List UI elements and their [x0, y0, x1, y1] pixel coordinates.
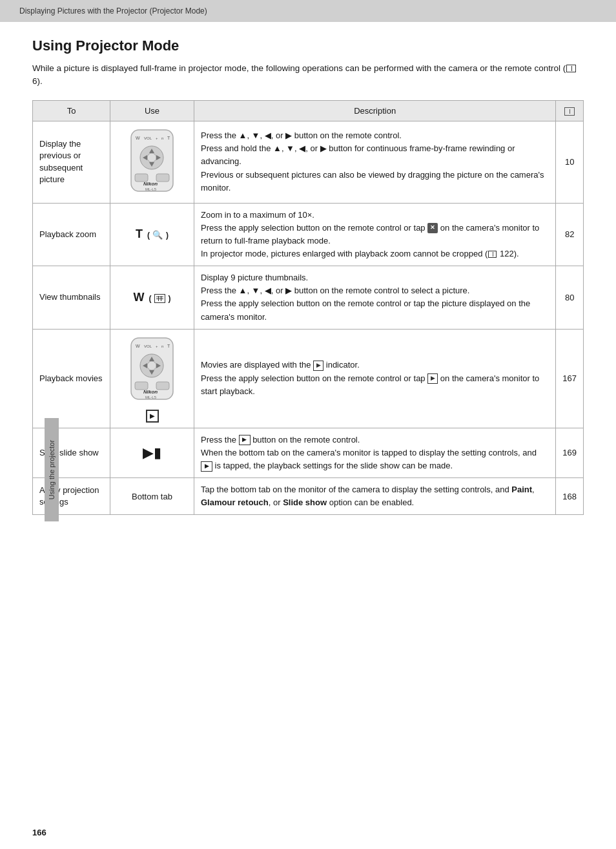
row5-use: ▶▮ — [110, 428, 194, 477]
col-header-desc: Description — [194, 100, 556, 121]
table-row: Start slide show ▶▮ Press the ▶ button o… — [33, 428, 584, 477]
table-row: Playback movies W VOL + n T — [33, 329, 584, 428]
movie-tap-icon: ▶ — [427, 373, 438, 384]
svg-point-7 — [147, 153, 156, 162]
book-icon-intro — [566, 65, 576, 72]
book-icon-header — [564, 107, 575, 116]
svg-text:VOL: VOL — [144, 344, 152, 348]
table-row: Apply projection settings Bottom tab Tap… — [33, 478, 584, 515]
svg-text:n: n — [161, 136, 163, 140]
intro-text: While a picture is displayed full-frame … — [32, 62, 584, 89]
svg-rect-29 — [156, 382, 169, 390]
page-number: 166 — [32, 828, 46, 837]
svg-text:VOL: VOL — [144, 136, 152, 140]
col-header-to: To — [33, 100, 110, 121]
page-footer: 166 — [32, 828, 46, 837]
table-row: Display the previous or subsequent pictu… — [33, 121, 584, 203]
slideshow-icon-inline2: ▶ — [201, 461, 212, 472]
table-row: Playback zoom T ( 🔍 ) Zoom in to a maxim… — [33, 203, 584, 266]
row2-use: T ( 🔍 ) — [110, 203, 194, 266]
row4-use: W VOL + n T Nikon ML-L5 — [110, 329, 194, 428]
svg-text:n: n — [161, 344, 163, 348]
row2-desc: Zoom in to a maximum of 10×. Press the a… — [194, 203, 556, 266]
row4-to: Playback movies — [33, 329, 110, 428]
paint-bold: Paint — [511, 485, 532, 494]
movie-play-icon-container: ▶ — [117, 410, 187, 423]
x-icon: ✕ — [427, 223, 438, 233]
row1-desc: Press the ▲, ▼, ◀, or ▶ button on the re… — [194, 121, 556, 203]
svg-text:W: W — [136, 344, 140, 348]
row3-use: W ( ) — [110, 266, 194, 330]
page-content: Using Projector Mode While a picture is … — [0, 22, 616, 534]
svg-text:Nikon: Nikon — [143, 389, 158, 395]
svg-point-23 — [147, 361, 156, 370]
row3-ref: 80 — [556, 266, 584, 330]
slideshow-icon-inline: ▶ — [239, 435, 251, 445]
row6-ref: 168 — [556, 478, 584, 515]
side-tab-wrapper: Using the projector — [0, 220, 18, 720]
svg-text:+: + — [156, 344, 158, 348]
svg-text:Nikon: Nikon — [143, 181, 158, 187]
header-text: Displaying Pictures with the Projector (… — [19, 6, 207, 16]
col-header-ref — [556, 100, 584, 121]
slide-show-bold: Slide show — [283, 498, 327, 507]
row4-ref: 167 — [556, 329, 584, 428]
svg-text:W: W — [136, 136, 140, 140]
row3-to: View thumbnails — [33, 266, 110, 330]
side-tab: Using the projector — [45, 418, 59, 521]
main-table: To Use Description Display the previous … — [32, 100, 584, 516]
remote-control-image-2: W VOL + n T Nikon ML-L5 — [125, 335, 180, 406]
row1-to: Display the previous or subsequent pictu… — [33, 121, 110, 203]
table-row: View thumbnails W ( ) Display 9 picture … — [33, 266, 584, 330]
svg-text:ML-L5: ML-L5 — [145, 187, 157, 191]
svg-text:ML-L5: ML-L5 — [145, 395, 157, 399]
page-header: Displaying Pictures with the Projector (… — [0, 0, 616, 22]
row5-ref: 169 — [556, 428, 584, 477]
remote-control-image-1: W VOL + n T — [125, 127, 180, 198]
svg-text:T: T — [167, 136, 170, 140]
slideshow-button-icon: ▶▮ — [143, 446, 161, 460]
svg-text:T: T — [167, 344, 170, 348]
row6-desc: Tap the bottom tab on the monitor of the… — [194, 478, 556, 515]
row5-desc: Press the ▶ button on the remote control… — [194, 428, 556, 477]
col-header-use: Use — [110, 100, 194, 121]
row6-use: Bottom tab — [110, 478, 194, 515]
row4-desc: Movies are displayed with the ▶ indicato… — [194, 329, 556, 428]
glamour-retouch-bold: Glamour retouch — [201, 498, 269, 507]
movie-indicator-icon: ▶ — [313, 361, 323, 371]
row2-to: Playback zoom — [33, 203, 110, 266]
row1-use: W VOL + n T — [110, 121, 194, 203]
movie-play-icon: ▶ — [146, 410, 159, 423]
page-title: Using Projector Mode — [32, 37, 584, 54]
svg-text:+: + — [156, 136, 158, 140]
grid-icon — [154, 294, 165, 303]
row2-ref: 82 — [556, 203, 584, 266]
row3-desc: Display 9 picture thumbnails. Press the … — [194, 266, 556, 330]
row1-ref: 10 — [556, 121, 584, 203]
svg-rect-13 — [156, 174, 169, 182]
